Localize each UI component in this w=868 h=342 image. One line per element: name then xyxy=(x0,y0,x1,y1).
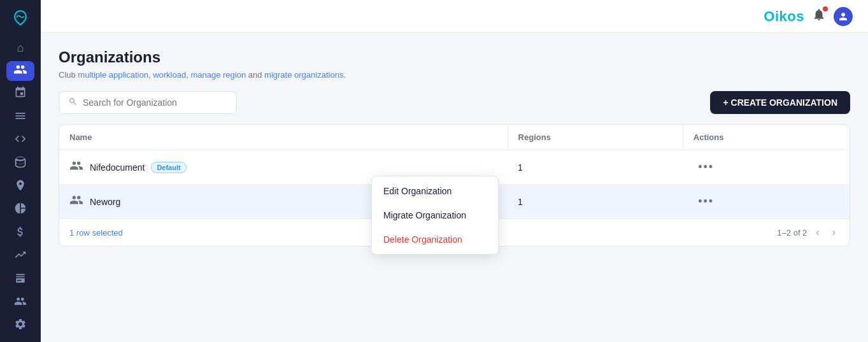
cell-actions: ••• xyxy=(683,150,850,185)
sidebar-item-home[interactable]: ⌂ xyxy=(6,38,34,57)
sidebar-item-lists[interactable] xyxy=(6,108,34,127)
column-actions: Actions xyxy=(683,125,850,150)
context-menu-migrate[interactable]: Migrate Organization xyxy=(372,203,498,227)
search-icon xyxy=(68,97,78,108)
pagination: 1–2 of 2 ‹ › xyxy=(777,225,839,239)
analytics-icon xyxy=(14,202,27,218)
logo[interactable] xyxy=(8,6,33,29)
home-icon: ⌂ xyxy=(17,41,24,55)
context-menu: Edit Organization Migrate Organization D… xyxy=(371,176,499,255)
sidebar-item-analytics[interactable] xyxy=(6,201,34,220)
actions-menu-button-row1[interactable]: ••• xyxy=(693,158,719,176)
column-name: Name xyxy=(59,125,508,150)
organizations-icon xyxy=(13,62,27,80)
toolbar: + CREATE ORGANIZATION xyxy=(59,91,850,114)
org-name-text: Nifedocument xyxy=(90,162,145,173)
pagination-next-button[interactable]: › xyxy=(829,225,839,239)
selected-count: 1 row selected xyxy=(69,228,123,238)
column-regions: Regions xyxy=(508,125,683,150)
page-title: Organizations xyxy=(59,48,850,66)
table-header-row: Name Regions Actions xyxy=(59,125,850,150)
database-icon xyxy=(14,156,27,172)
team-icon xyxy=(14,295,27,311)
sidebar-item-trends[interactable] xyxy=(6,247,34,266)
list-icon xyxy=(14,110,27,125)
default-badge: Default xyxy=(151,162,186,173)
sidebar-item-team[interactable] xyxy=(6,293,34,312)
sidebar-item-organizations[interactable] xyxy=(6,61,34,80)
svg-rect-0 xyxy=(9,6,32,29)
page-content: Organizations Club multiple application,… xyxy=(41,33,868,342)
pagination-info: 1–2 of 2 xyxy=(777,228,807,238)
notification-bell[interactable] xyxy=(812,8,826,25)
cell-regions: 1 xyxy=(508,150,683,185)
sidebar-item-code[interactable] xyxy=(6,131,34,150)
main-content: Oikos Organizations Club multiple applic… xyxy=(41,0,868,342)
sidebar: ⌂ xyxy=(0,0,41,342)
create-organization-button[interactable]: + CREATE ORGANIZATION xyxy=(710,91,850,114)
sidebar-item-billing[interactable] xyxy=(6,224,34,243)
organizations-table-container: Name Regions Actions Nifedoc xyxy=(59,124,850,246)
storage-icon xyxy=(14,272,27,288)
context-menu-edit[interactable]: Edit Organization xyxy=(372,179,498,203)
search-box[interactable] xyxy=(59,91,237,114)
search-input[interactable] xyxy=(83,97,227,108)
settings-icon xyxy=(14,318,27,334)
trends-icon xyxy=(14,248,27,264)
top-header: Oikos xyxy=(41,0,868,33)
subtitle-link-region[interactable]: manage region xyxy=(190,70,246,80)
sidebar-item-storage[interactable] xyxy=(6,270,34,289)
page-subtitle: Club multiple application, workload, man… xyxy=(59,70,850,80)
subtitle-link-workload[interactable]: workload xyxy=(153,70,186,80)
code-icon xyxy=(14,132,27,148)
actions-menu-button-row2[interactable]: ••• xyxy=(693,192,719,211)
billing-icon xyxy=(14,225,27,241)
notification-badge xyxy=(823,6,828,11)
sidebar-item-location[interactable] xyxy=(6,177,34,196)
org-users-icon xyxy=(69,159,83,176)
sidebar-item-settings[interactable] xyxy=(6,317,34,336)
pipelines-icon xyxy=(14,86,27,102)
cell-regions-2: 1 xyxy=(508,185,683,219)
pagination-prev-button[interactable]: ‹ xyxy=(812,225,823,239)
avatar[interactable] xyxy=(834,7,853,26)
context-menu-delete[interactable]: Delete Organization xyxy=(372,227,498,252)
location-icon xyxy=(14,179,27,195)
cell-actions-2: ••• xyxy=(683,185,850,219)
brand-name: Oikos xyxy=(764,8,804,25)
subtitle-link-migrate[interactable]: migrate organizations xyxy=(264,70,343,80)
org-name-text-2: Neworg xyxy=(90,197,120,207)
sidebar-item-pipelines[interactable] xyxy=(6,85,34,104)
org-users-icon-2 xyxy=(69,193,83,210)
sidebar-item-database[interactable] xyxy=(6,154,34,173)
subtitle-link-application[interactable]: multiple application xyxy=(78,70,148,80)
